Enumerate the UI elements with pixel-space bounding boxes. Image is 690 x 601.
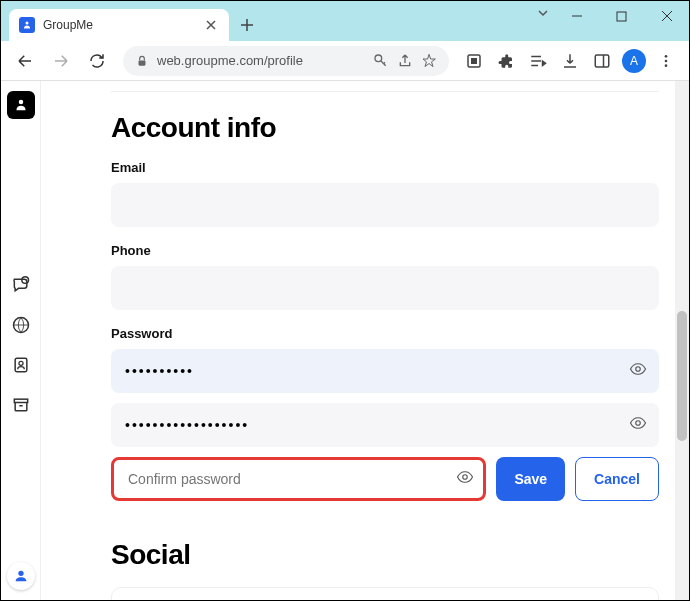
address-bar[interactable]: web.groupme.com/profile [123, 46, 449, 76]
current-password-input[interactable] [111, 349, 659, 393]
divider [111, 91, 659, 92]
confirm-password-input[interactable] [111, 457, 486, 501]
svg-rect-5 [471, 58, 477, 64]
facebook-row: Facebook Connect [111, 587, 659, 600]
eye-icon[interactable] [629, 414, 647, 436]
svg-point-7 [665, 55, 668, 58]
bookmark-star-icon[interactable] [421, 53, 437, 69]
url-text: web.groupme.com/profile [157, 53, 365, 68]
tab-search-button[interactable] [537, 7, 549, 22]
new-password-input[interactable] [111, 403, 659, 447]
app-sidebar [1, 81, 41, 600]
browser-tab[interactable]: GroupMe [9, 9, 229, 41]
discover-icon[interactable] [7, 311, 35, 339]
svg-point-19 [463, 475, 468, 480]
maximize-button[interactable] [599, 1, 644, 31]
email-label: Email [111, 160, 659, 175]
svg-rect-6 [595, 55, 609, 67]
tab-title: GroupMe [43, 18, 195, 32]
share-icon[interactable] [397, 53, 413, 69]
svg-rect-2 [139, 60, 146, 65]
svg-point-10 [18, 100, 23, 105]
playlist-icon[interactable] [523, 46, 553, 76]
password-label: Password [111, 326, 659, 341]
eye-icon[interactable] [456, 468, 474, 490]
groupme-favicon [19, 17, 35, 33]
sidepanel-icon[interactable] [587, 46, 617, 76]
svg-point-18 [636, 421, 641, 426]
download-icon[interactable] [555, 46, 585, 76]
cancel-button[interactable]: Cancel [575, 457, 659, 501]
svg-point-16 [18, 571, 23, 576]
window-controls [554, 1, 689, 31]
account-info-heading: Account info [111, 112, 659, 144]
phone-label: Phone [111, 243, 659, 258]
chats-icon[interactable] [7, 271, 35, 299]
key-icon[interactable] [373, 53, 389, 69]
save-button[interactable]: Save [496, 457, 565, 501]
contacts-icon[interactable] [7, 351, 35, 379]
user-profile-icon[interactable] [7, 562, 35, 590]
main-content: Account info Email Phone Password Save C… [41, 81, 689, 600]
minimize-button[interactable] [554, 1, 599, 31]
svg-rect-1 [617, 12, 626, 21]
reload-button[interactable] [81, 45, 113, 77]
scroll-thumb[interactable] [677, 311, 687, 441]
svg-point-8 [665, 59, 668, 62]
email-input[interactable] [111, 183, 659, 227]
profile-avatar[interactable]: A [619, 46, 649, 76]
close-window-button[interactable] [644, 1, 689, 31]
tab-close-button[interactable] [203, 17, 219, 33]
eye-icon[interactable] [629, 360, 647, 382]
svg-point-9 [665, 64, 668, 67]
svg-point-0 [26, 22, 29, 25]
archive-icon[interactable] [7, 391, 35, 419]
browser-toolbar: web.groupme.com/profile A [1, 41, 689, 81]
svg-rect-15 [14, 399, 27, 402]
new-tab-button[interactable] [233, 11, 261, 39]
window-titlebar: GroupMe [1, 1, 689, 41]
menu-button[interactable] [651, 46, 681, 76]
lock-icon [135, 54, 149, 68]
svg-point-3 [375, 55, 382, 62]
extensions-puzzle-icon[interactable] [491, 46, 521, 76]
phone-input[interactable] [111, 266, 659, 310]
social-heading: Social [111, 539, 659, 571]
back-button[interactable] [9, 45, 41, 77]
groupme-logo[interactable] [7, 91, 35, 119]
extension-icon[interactable] [459, 46, 489, 76]
svg-point-14 [18, 361, 22, 365]
svg-point-17 [636, 367, 641, 372]
forward-button[interactable] [45, 45, 77, 77]
scrollbar[interactable] [675, 81, 689, 601]
